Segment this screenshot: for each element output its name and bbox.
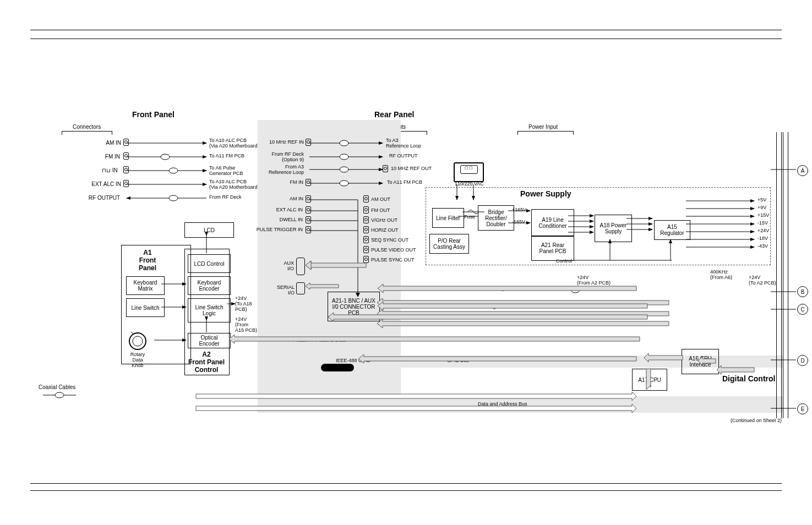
bnc-icon <box>306 216 311 223</box>
rear-fm-dest: To A11 FM PCB <box>387 180 422 185</box>
k400: 400KHz (From A6) <box>710 270 732 281</box>
svg-marker-69 <box>358 354 636 363</box>
rear-am-in: AM IN <box>284 196 303 202</box>
bnc-icon <box>306 226 311 233</box>
rear-ext-alc: EXT ALC IN <box>272 207 303 213</box>
ac-plug: ▢ ▢ <box>454 162 484 182</box>
bnc-icon <box>306 195 311 203</box>
svg-marker-68 <box>229 335 640 343</box>
rear-pt-in: PULSE TRIGGER IN <box>253 227 303 233</box>
bnc-icon <box>306 206 311 214</box>
fm-in-dest: To A11 FM PCB <box>209 154 244 159</box>
svg-point-2 <box>161 154 170 160</box>
rail-2: +15V <box>757 213 769 218</box>
rail-6: -43V <box>757 244 768 249</box>
bnc-icon <box>363 236 369 243</box>
front-panel-title: Front Panel <box>132 110 175 119</box>
bnc-icon <box>363 246 369 253</box>
svg-marker-73 <box>628 384 646 393</box>
rule-top <box>30 30 782 30</box>
connectors-label: Connectors <box>73 124 101 130</box>
bnc-icon <box>363 206 369 214</box>
coax-cables-label: Coaxial Cables <box>39 384 75 391</box>
horiz-out: HORIZ OUT <box>371 228 399 233</box>
svg-marker-72 <box>644 353 683 362</box>
bnc-icon <box>363 226 369 233</box>
rail-5: -18V <box>757 236 768 242</box>
am-out: AM OUT <box>371 197 390 203</box>
pin-links <box>771 132 804 429</box>
coax-symbol <box>43 391 76 400</box>
ref-in: 10 MHz REF IN <box>264 140 304 145</box>
svg-marker-67 <box>328 313 647 321</box>
svg-point-20 <box>340 140 348 146</box>
rf-out-label: RF OUTPUT <box>88 195 120 201</box>
fm-out: FM OUT <box>371 208 390 214</box>
ext-alc-label: EXT ALC IN <box>89 181 121 188</box>
rear-panel-title: Rear Panel <box>374 110 414 119</box>
rail-3: -15V <box>757 221 768 226</box>
svg-marker-76 <box>717 365 754 374</box>
power-input-label: Power Input <box>528 124 558 130</box>
svg-point-7 <box>169 195 178 201</box>
vghz-out: V/GHz OUT <box>371 218 397 223</box>
pulse-in-label: ⊓⊔ IN <box>102 167 118 173</box>
bnc-icon <box>306 139 311 146</box>
am-in-dest: To A10 ALC PCB (Via A20 Motherboard) <box>209 138 259 149</box>
svg-marker-33 <box>306 261 366 270</box>
bnc-icon <box>306 179 311 186</box>
bnc-icon <box>383 165 388 172</box>
rule-bot <box>30 483 782 484</box>
svg-marker-70 <box>196 392 636 401</box>
aux-io-label: AUX I/O <box>280 261 294 272</box>
svg-marker-35 <box>365 259 377 272</box>
rf-deck: From RF Deck (Option 9) <box>264 152 304 163</box>
ref-in-dest: To A3 Reference Loop <box>386 138 421 149</box>
rail-4: +24V <box>757 228 769 234</box>
svg-marker-75 <box>698 357 716 365</box>
v24-from-a2: +24V (From A2 PCB) <box>577 275 611 286</box>
rule-top2 <box>30 39 782 39</box>
rf-out-src: From RF Deck <box>209 195 242 200</box>
continued: (Continued on Sheet 2) <box>731 418 782 424</box>
svg-point-26 <box>340 181 348 186</box>
am-in-label: AM IN <box>105 140 121 146</box>
rear-dwell: DWELL IN <box>275 217 303 223</box>
bnc-icon <box>363 216 369 223</box>
pvo-out: PULSE VIDEO OUT <box>371 248 416 253</box>
svg-marker-34 <box>306 261 311 270</box>
svg-point-4 <box>169 168 178 173</box>
from-a3-dest: 10 MHZ REF OUT <box>391 166 432 172</box>
rf-deck-dest: RF OUTPUT <box>389 154 418 159</box>
fm-in-label: FM IN <box>103 154 120 160</box>
rear-fm-in: FM IN <box>284 180 303 185</box>
aux-io-conn <box>296 258 305 275</box>
svg-marker-71 <box>196 404 636 413</box>
bnc-icon <box>363 195 369 203</box>
rail-1: +9V <box>757 205 766 211</box>
block-diagram: Front Panel Rear Panel Connectors Inputs… <box>33 99 782 415</box>
rule-bot2 <box>30 490 782 491</box>
svg-marker-66 <box>378 302 647 310</box>
rail-0: +5V <box>757 198 766 203</box>
bnc-icon <box>123 152 129 160</box>
bnc-icon <box>123 166 129 173</box>
from-a3: From A3 Reference Loop <box>264 165 304 176</box>
svg-point-24 <box>340 167 348 172</box>
svg-point-22 <box>340 154 348 160</box>
svg-marker-74 <box>646 369 651 390</box>
svg-point-18 <box>55 392 64 398</box>
brace-power-input <box>517 131 574 135</box>
seq-out: SEQ SYNC OUT <box>371 238 408 243</box>
bnc-icon <box>123 139 129 146</box>
ext-alc-dest: To A10 ALC PCB (Via A20 Motherboard) <box>209 179 259 190</box>
bnc-icon <box>123 180 129 187</box>
brace-connectors <box>62 131 112 135</box>
pulse-in-dest: To A6 Pulse Generator PCB <box>209 166 243 177</box>
cpu-arrows <box>628 336 771 424</box>
